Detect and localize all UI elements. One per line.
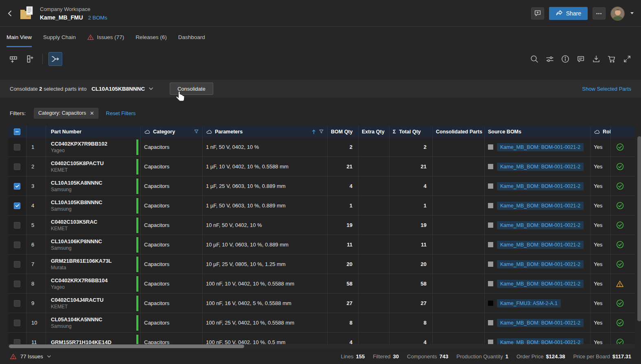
sigma-icon: Σ [393,129,396,135]
filter-settings-button[interactable] [545,54,555,64]
row-checkbox[interactable] [14,339,20,344]
share-button[interactable]: Share [549,7,588,20]
row-select-cell [8,177,26,196]
horizontal-scrollbar[interactable] [8,344,635,349]
row-checkbox[interactable] [14,320,20,326]
avatar[interactable] [610,7,625,21]
part-number-cell[interactable]: CL05A104KA5NNNCSamsung [46,313,141,332]
row-checkbox[interactable] [14,183,20,190]
row-checkbox[interactable] [14,144,20,150]
part-number-cell[interactable]: CL10A105KB8NNNCSamsung [46,196,141,215]
row-checkbox[interactable] [14,281,20,287]
parameters-cell: 100 nF, 25 V, 0402, 10 %, 0.5588 mm [203,313,328,332]
issues-summary[interactable]: 77 Issues [10,353,51,360]
tab-main-view[interactable]: Main View [7,27,32,47]
consolidate-button[interactable]: Consolidate [170,83,213,95]
vertical-scrollbar[interactable] [637,126,641,344]
consolidate-tool-button[interactable] [48,52,62,66]
part-number-cell[interactable]: GRM21BR61E106KA73LMurata [46,255,141,274]
column-header-part_number[interactable]: Part Number [46,126,141,137]
category-cell: Capacitors [141,274,203,293]
filter-chip-category[interactable]: Category: Capacitors ✕ [34,108,98,119]
part-number-cell[interactable]: C0402C104J4RACTUKEMET [46,294,141,313]
column-header-category[interactable]: Category [141,126,203,137]
column-header-parameters[interactable]: Parameters [203,126,328,137]
reset-filters-link[interactable]: Reset Filters [106,110,136,116]
rohs-cell: Yes [591,313,611,332]
part-number-cell[interactable]: CL10A106KP8NNNCSamsung [46,235,141,254]
tab-releases-6[interactable]: Releases (6) [136,27,167,47]
boms-count-link[interactable]: 2 BOMs [88,15,107,21]
cart-button[interactable] [606,54,617,64]
source-boms-cell: Kame_MB_BOM: BOM-001-0021-2 [485,196,591,215]
source-bom-link[interactable]: Kame_MB_BOM: BOM-001-0021-2 [497,221,584,229]
manufacturer: Samsung [51,206,102,213]
show-selected-parts-link[interactable]: Show Selected Parts [582,86,631,92]
part-number-cell[interactable]: C0402C105K8PACTUKEMET [46,157,141,176]
select-all-checkbox[interactable] [14,129,20,135]
part-number-cell[interactable]: GRM155R71H104KE14D [46,333,141,344]
row-checkbox[interactable] [14,163,20,170]
source-bom-link[interactable]: Kame_MB_BOM: BOM-001-0021-2 [497,338,584,344]
category-cell: Capacitors [141,137,203,157]
remove-filter-icon[interactable]: ✕ [90,110,94,116]
part-number-cell[interactable]: C0402C103K5RACKEMET [46,216,141,235]
source-bom-link[interactable]: Kame_MB_BOM: BOM-001-0021-2 [497,260,584,268]
extra-qty-cell [359,216,389,235]
source-bom-link[interactable]: Kame_MB_BOM: BOM-001-0021-2 [497,163,584,171]
column-header-consolidated_parts[interactable]: Consolidated Parts [433,126,485,137]
source-swatch [488,281,493,286]
more-actions-button[interactable]: ••• [593,7,606,20]
target-part-dropdown[interactable]: CL10A105KB8NNNC [92,86,153,92]
source-bom-link[interactable]: Kame_FMU3: ASM-2-A.1 [497,299,561,307]
row-checkbox[interactable] [14,203,20,209]
row-checkbox[interactable] [14,242,20,248]
column-header-bom_qty[interactable]: BOM Qty [328,126,359,137]
tab-issues-77[interactable]: Issues (77) [87,27,124,47]
column-header-extra_qty[interactable]: Extra Qty [359,126,389,137]
fullscreen-button[interactable] [622,54,632,64]
column-header-source_boms[interactable]: Source BOMs [485,126,591,137]
source-bom-link[interactable]: Kame_MB_BOM: BOM-001-0021-2 [497,143,584,151]
source-bom-link[interactable]: Kame_MB_BOM: BOM-001-0021-2 [497,280,584,288]
stat-price-per-board: Price per Board$117.31 [573,353,631,360]
column-header-total_qty[interactable]: ΣTotal Qty [389,126,433,137]
vertical-scrollbar-thumb[interactable] [637,136,641,321]
horizontal-scrollbar-thumb[interactable] [9,344,244,348]
tab-supply-chain[interactable]: Supply Chain [43,27,76,47]
status-cell [611,313,629,332]
part-number-cell[interactable]: CC0402KPX7R9BB102Yageo [46,137,141,157]
rohs-cell: Yes [591,137,611,157]
row-checkbox[interactable] [14,222,20,229]
source-boms-cell: Kame_MB_BOM: BOM-001-0021-2 [485,216,591,235]
row-number: 4 [26,196,46,215]
status-ok-icon [616,221,624,229]
table-body: 1CC0402KPX7R9BB102YageoCapacitors1 nF, 5… [8,137,635,344]
download-button[interactable] [591,54,601,64]
tab-dashboard[interactable]: Dashboard [178,27,205,47]
comments-button[interactable] [575,54,586,64]
account-caret-icon[interactable] [630,11,634,17]
column-header-rohs[interactable]: RoHS [591,126,611,137]
add-column-button[interactable] [23,52,37,66]
part-number: C0402C104J4RACTU [51,296,103,303]
add-row-button[interactable] [7,52,20,66]
filter-funnel-icon[interactable] [194,129,199,134]
part-number-cell[interactable]: CL10A105KA8NNNCSamsung [46,177,141,196]
source-bom-link[interactable]: Kame_MB_BOM: BOM-001-0021-2 [497,241,584,249]
sort-ascending-icon[interactable] [311,129,316,135]
search-button[interactable] [529,54,539,64]
row-checkbox[interactable] [14,261,20,268]
part-number-cell[interactable]: CC0402KRX7R6BB104Yageo [46,274,141,293]
source-bom-link[interactable]: Kame_MB_BOM: BOM-001-0021-2 [497,182,584,190]
source-bom-link[interactable]: Kame_MB_BOM: BOM-001-0021-2 [497,202,584,210]
back-button[interactable] [6,9,15,18]
add-comment-button[interactable] [531,7,544,20]
row-checkbox[interactable] [14,300,20,307]
source-bom-link[interactable]: Kame_MB_BOM: BOM-001-0021-2 [497,319,584,327]
parameters-cell: 1 nF, 50 V, 0402, 10 % [203,137,328,157]
tab-label: Releases (6) [136,34,167,40]
info-button[interactable] [560,54,570,64]
filter-funnel-icon[interactable] [319,129,324,134]
consolidated-parts-cell [433,294,485,313]
